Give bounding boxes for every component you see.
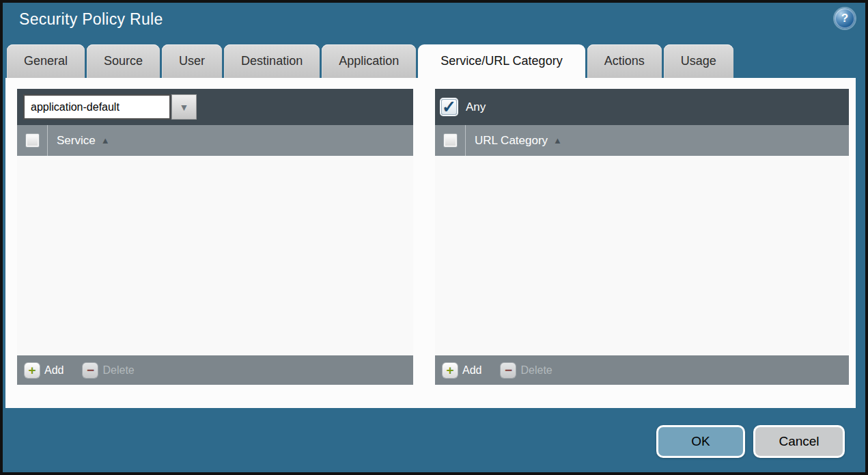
url-category-select-all-cell bbox=[435, 125, 465, 156]
add-url-category-button[interactable]: + Add bbox=[443, 363, 481, 378]
minus-icon: − bbox=[83, 363, 98, 378]
tab-usage[interactable]: Usage bbox=[664, 44, 733, 78]
ok-button[interactable]: OK bbox=[656, 425, 745, 458]
security-policy-rule-dialog: Security Policy Rule ? General Source Us… bbox=[0, 0, 868, 475]
service-grid-header: Service ▲ bbox=[17, 125, 413, 156]
delete-url-category-button[interactable]: − Delete bbox=[501, 363, 552, 378]
service-select-all-cell bbox=[17, 125, 47, 156]
plus-icon: + bbox=[25, 363, 40, 378]
service-toolbar: application-default ▼ bbox=[17, 89, 413, 125]
tab-actions[interactable]: Actions bbox=[587, 44, 662, 78]
any-checkbox[interactable]: ✓ bbox=[441, 99, 457, 115]
service-panel: application-default ▼ Service ▲ + bbox=[17, 89, 413, 385]
dialog-title: Security Policy Rule bbox=[19, 10, 163, 29]
url-category-panel: ✓ Any URL Category ▲ + Add bbox=[435, 89, 849, 385]
service-panel-footer: + Add − Delete bbox=[17, 355, 413, 385]
delete-service-label: Delete bbox=[102, 364, 134, 377]
url-category-grid-header: URL Category ▲ bbox=[435, 125, 849, 156]
minus-icon: − bbox=[501, 363, 516, 378]
tab-destination[interactable]: Destination bbox=[224, 44, 320, 78]
help-icon[interactable]: ? bbox=[835, 8, 855, 29]
cancel-button[interactable]: Cancel bbox=[753, 425, 845, 458]
checkmark-icon: ✓ bbox=[442, 98, 456, 116]
any-checkbox-label: Any bbox=[466, 100, 486, 114]
url-category-panel-footer: + Add − Delete bbox=[435, 355, 849, 385]
sort-ascending-icon: ▲ bbox=[101, 135, 110, 146]
delete-url-category-label: Delete bbox=[520, 364, 552, 377]
delete-service-button[interactable]: − Delete bbox=[83, 363, 134, 378]
tab-general[interactable]: General bbox=[7, 44, 85, 78]
service-column-header-cell[interactable]: Service ▲ bbox=[47, 125, 110, 156]
url-category-select-all-checkbox[interactable] bbox=[444, 134, 457, 147]
service-type-dropdown-value[interactable]: application-default bbox=[23, 94, 171, 120]
tab-bar: General Source User Destination Applicat… bbox=[7, 44, 733, 78]
chevron-down-icon: ▼ bbox=[180, 102, 189, 113]
sort-ascending-icon: ▲ bbox=[553, 135, 562, 146]
url-category-list[interactable] bbox=[435, 156, 849, 355]
service-column-header: Service bbox=[57, 134, 96, 148]
dropdown-arrow-button[interactable]: ▼ bbox=[171, 94, 197, 120]
plus-icon: + bbox=[443, 363, 458, 378]
add-service-button[interactable]: + Add bbox=[25, 363, 64, 378]
url-category-column-header: URL Category bbox=[475, 134, 548, 148]
tab-service-url-category[interactable]: Service/URL Category bbox=[418, 44, 585, 78]
add-url-category-label: Add bbox=[462, 364, 481, 377]
service-select-all-checkbox[interactable] bbox=[26, 134, 39, 147]
tab-source[interactable]: Source bbox=[87, 44, 160, 78]
dialog-content: application-default ▼ Service ▲ + bbox=[5, 78, 856, 408]
tab-user[interactable]: User bbox=[162, 44, 222, 78]
tab-application[interactable]: Application bbox=[322, 44, 416, 78]
service-type-dropdown[interactable]: application-default ▼ bbox=[23, 94, 197, 120]
url-category-toolbar: ✓ Any bbox=[435, 89, 849, 125]
question-mark-glyph: ? bbox=[841, 12, 848, 25]
url-category-column-header-cell[interactable]: URL Category ▲ bbox=[465, 125, 562, 156]
service-list[interactable] bbox=[17, 156, 413, 355]
add-service-label: Add bbox=[44, 364, 64, 377]
